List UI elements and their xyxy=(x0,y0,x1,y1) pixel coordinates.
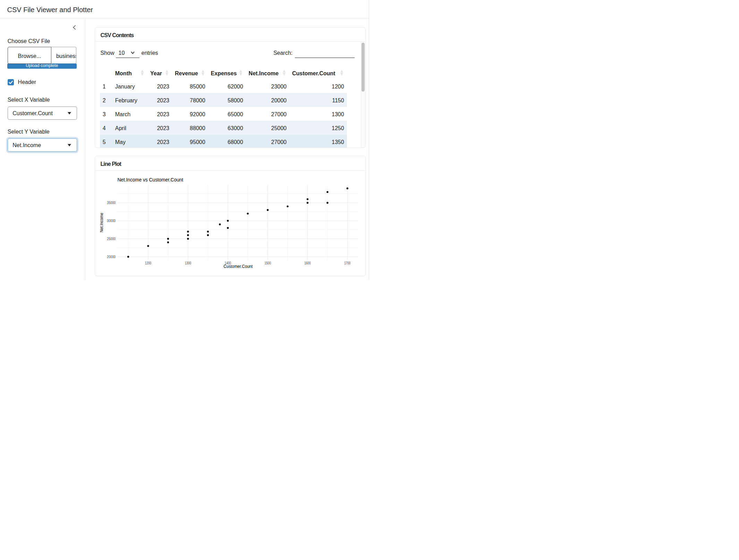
svg-text:30000: 30000 xyxy=(107,219,116,223)
svg-text:1300: 1300 xyxy=(185,261,191,265)
svg-text:20000: 20000 xyxy=(107,255,116,259)
svg-text:Customer.Count: Customer.Count xyxy=(223,264,253,269)
svg-text:35000: 35000 xyxy=(107,201,116,205)
svg-text:1700: 1700 xyxy=(344,261,350,265)
svg-text:Net.Income vs Customer.Count: Net.Income vs Customer.Count xyxy=(117,176,183,182)
svg-text:1500: 1500 xyxy=(264,261,271,265)
svg-text:25000: 25000 xyxy=(107,237,116,241)
svg-text:Net.Income: Net.Income xyxy=(99,213,104,232)
svg-text:1600: 1600 xyxy=(304,261,311,265)
svg-text:1200: 1200 xyxy=(145,261,151,265)
